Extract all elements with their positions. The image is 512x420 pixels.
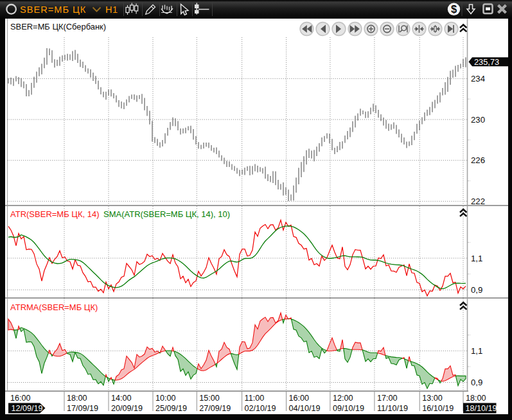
svg-text:16/10/19: 16/10/19	[422, 404, 454, 413]
svg-text:1,1: 1,1	[471, 254, 482, 263]
svg-text:H1: H1	[105, 4, 118, 15]
svg-text:235,73: 235,73	[474, 57, 499, 67]
svg-text:09/10/19: 09/10/19	[333, 404, 364, 413]
svg-text:14:00: 14:00	[111, 394, 132, 403]
svg-text:230: 230	[471, 115, 485, 125]
svg-text:226: 226	[471, 155, 485, 165]
svg-text:18:00: 18:00	[466, 394, 486, 403]
svg-text:04/10/19: 04/10/19	[289, 404, 321, 413]
svg-text:222: 222	[471, 197, 485, 206]
svg-text:13:00: 13:00	[422, 394, 443, 403]
svg-text:0,9: 0,9	[471, 378, 482, 387]
svg-text:12:00: 12:00	[333, 394, 353, 403]
svg-text:27/09/19: 27/09/19	[199, 404, 231, 413]
svg-text:ATRMA(SBER=МБ ЦК): ATRMA(SBER=МБ ЦК)	[10, 302, 98, 312]
svg-text:15:00: 15:00	[199, 394, 220, 403]
svg-text:SBER=МБ ЦК(Сбербанк): SBER=МБ ЦК(Сбербанк)	[10, 22, 106, 31]
svg-text:17/09/19: 17/09/19	[67, 404, 98, 413]
svg-text:16:00: 16:00	[10, 394, 31, 403]
svg-text:10:00: 10:00	[155, 394, 176, 403]
svg-text:SBER=МБ ЦК: SBER=МБ ЦК	[20, 4, 86, 15]
svg-text:17:00: 17:00	[377, 394, 398, 403]
svg-text:$: $	[451, 3, 457, 15]
svg-text:18:00: 18:00	[67, 394, 87, 403]
svg-text:20/09/19: 20/09/19	[111, 404, 143, 413]
svg-text:18/10/19: 18/10/19	[466, 404, 497, 413]
svg-text:12/09/19: 12/09/19	[12, 404, 43, 413]
svg-text:SMA(ATR(SBER=МБ ЦК, 14), 10): SMA(ATR(SBER=МБ ЦК, 14), 10)	[103, 209, 230, 219]
svg-text:16:00: 16:00	[289, 394, 310, 403]
svg-text:0,9: 0,9	[471, 285, 482, 295]
svg-text:02/10/19: 02/10/19	[245, 404, 276, 413]
svg-text:11/10/19: 11/10/19	[377, 404, 408, 413]
svg-text:234: 234	[471, 74, 485, 83]
svg-text:11:00: 11:00	[245, 394, 265, 403]
svg-text:ATR(SBER=МБ ЦК, 14): ATR(SBER=МБ ЦК, 14)	[10, 209, 100, 219]
svg-text:25/09/19: 25/09/19	[155, 404, 187, 413]
svg-text:1,1: 1,1	[471, 346, 482, 356]
